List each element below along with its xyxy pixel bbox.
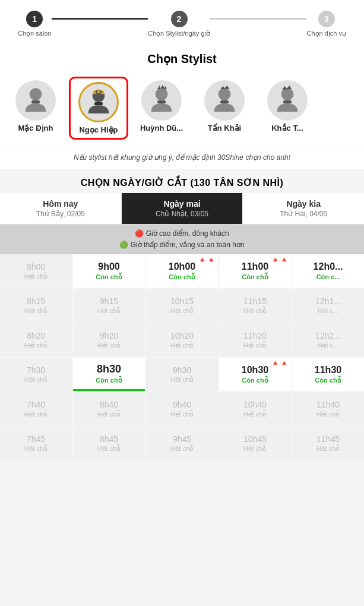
step-3-circle: 3	[318, 11, 335, 27]
time-slot: 9h20Hết chỗ	[73, 323, 145, 356]
tab-ngay-mai[interactable]: Ngày mai Chủ Nhật, 03/05	[122, 193, 243, 224]
time-slot: 10h15Hết chỗ	[146, 289, 218, 322]
step-2-label: Chọn Stylist/ngày giờ	[148, 30, 210, 37]
time-slot: 8h20Hết chỗ	[0, 323, 72, 356]
time-status: Còn chỗ	[96, 273, 122, 281]
time-value: 9h45	[173, 434, 191, 444]
svg-marker-19	[286, 86, 292, 89]
time-value: 10h40	[243, 400, 267, 409]
time-status: Hết chỗ	[243, 307, 267, 315]
progress-bar: 1 Chọn salon 2 Chọn Stylist/ngày giờ 3 C…	[0, 0, 364, 43]
time-value: 7h40	[27, 400, 45, 409]
svg-point-16	[281, 88, 294, 100]
step-3: 3 Chọn dịch vụ	[306, 11, 346, 37]
time-value: 10h00	[169, 261, 195, 272]
step-1-label: Chọn salon	[18, 30, 52, 37]
time-slot: 11h45Hết chỗ	[292, 427, 364, 460]
time-slot: 9h30Hết chỗ	[146, 358, 218, 391]
time-slot: 7h30Hết chỗ	[0, 358, 72, 391]
time-slot[interactable]: 🔺🔺10h00Còn chỗ	[146, 254, 218, 288]
stylist-item-tan-khai[interactable]: Tấn Khải	[195, 77, 254, 140]
svg-rect-1	[31, 100, 40, 103]
step-2-circle: 2	[171, 11, 188, 27]
tab-hom-nay-label: Hôm nay	[4, 199, 118, 209]
date-section-title: CHỌN NGÀY/GIỜ CẮT (130 TÂN SƠN NHÌ)	[0, 169, 364, 193]
stylist-name-khac: Khắc T...	[271, 124, 303, 132]
step-1: 1 Chọn salon	[18, 11, 52, 37]
stylist-name-mac-dinh: Mặc Định	[18, 124, 53, 132]
stylist-avatar-tan-khai	[204, 80, 245, 121]
tab-hom-nay[interactable]: Hôm nay Thứ Bảy, 02/05	[0, 193, 122, 224]
stylist-name-ngoc-hiep: Ngọc Hiệp	[79, 125, 118, 134]
time-slot[interactable]: 8h30Còn chỗ	[73, 358, 145, 391]
time-slot: 7h45Hết chỗ	[0, 427, 72, 460]
legend-offpeak: 🟢 Giờ thấp điểm, vắng và an toàn hơn	[10, 239, 354, 251]
time-status: Hết chỗ	[97, 342, 121, 349]
time-status: Hết chỗ	[24, 411, 48, 418]
time-slot[interactable]: 🔺🔺11h00Còn chỗ	[219, 254, 291, 288]
time-value: 11h30	[315, 365, 341, 375]
time-value: 10h45	[243, 434, 267, 444]
day-tabs: Hôm nay Thứ Bảy, 02/05 Ngày mai Chủ Nhật…	[0, 193, 364, 225]
time-status: Hết c...	[318, 342, 339, 349]
time-value: 11h20	[243, 331, 267, 340]
time-slot: 9h45Hết chỗ	[146, 427, 218, 460]
time-value: 8h00	[27, 262, 45, 272]
svg-marker-10	[160, 85, 164, 89]
time-slot[interactable]: 🔺🔺10h30Còn chỗ	[219, 358, 291, 391]
time-value: 11h15	[243, 296, 267, 306]
svg-marker-15	[224, 86, 230, 89]
time-value: 11h40	[316, 400, 340, 409]
time-value: 11h00	[242, 261, 268, 272]
step-line-1	[52, 18, 148, 20]
time-status: Còn chỗ	[242, 273, 268, 281]
step-2: 2 Chọn Stylist/ngày giờ	[148, 11, 210, 37]
time-status: Hết chỗ	[170, 411, 194, 418]
time-slot: 11h40Hết chỗ	[292, 392, 364, 425]
time-value: 11h45	[316, 434, 340, 444]
time-status: Hết chỗ	[170, 445, 194, 453]
step-1-circle: 1	[26, 11, 43, 27]
time-slot: 10h45Hết chỗ	[219, 427, 291, 460]
stylist-item-mac-dinh[interactable]: Mặc Định	[6, 77, 65, 140]
time-status: Hết chỗ	[170, 307, 194, 315]
svg-rect-17	[283, 100, 292, 103]
stylist-name-huynh-du: Huỳnh Dũ...	[140, 124, 183, 132]
stylist-section-title: Chọn Stylist	[0, 43, 364, 72]
stylist-item-khac[interactable]: Khắc T...	[258, 77, 317, 140]
time-value: 7h45	[27, 434, 45, 444]
time-value: 12h1...	[315, 296, 341, 306]
time-slot: 9h15Hết chỗ	[73, 289, 145, 322]
time-slot: 10h20Hết chỗ	[146, 323, 218, 356]
tab-hom-nay-date: Thứ Bảy, 02/05	[4, 210, 118, 218]
step-3-label: Chọn dịch vụ	[306, 30, 346, 37]
stylist-avatar-khac	[267, 80, 308, 121]
stylist-avatar-ngoc-hiep	[78, 82, 119, 122]
stylist-avatar-mac-dinh	[15, 80, 56, 121]
time-slot: 8h45Hết chỗ	[73, 427, 145, 460]
time-value: 9h20	[100, 331, 118, 340]
time-slot: 12h1...Hết c...	[292, 289, 364, 322]
time-slot[interactable]: 9h00Còn chỗ	[73, 254, 145, 288]
time-status: Hết chỗ	[316, 445, 340, 453]
time-status: Hết chỗ	[243, 342, 267, 349]
legend-peak: 🔴 Giờ cao điểm, đông khách	[10, 228, 354, 239]
time-status: Hết chỗ	[243, 411, 267, 418]
time-slot: 9h40Hết chỗ	[146, 392, 218, 425]
time-slot: 12h2...Hết c...	[292, 323, 364, 356]
time-slot[interactable]: 12h0...Còn c...	[292, 254, 364, 288]
time-slot: 8h40Hết chỗ	[73, 392, 145, 425]
stylist-item-huynh-du[interactable]: Huỳnh Dũ...	[132, 77, 191, 140]
time-status: Hết chỗ	[24, 376, 48, 384]
time-value: 10h30	[242, 365, 268, 375]
time-status: Còn c...	[316, 273, 340, 280]
time-value: 12h0...	[314, 261, 343, 272]
time-value: 9h15	[100, 296, 118, 306]
time-value: 8h15	[27, 296, 45, 306]
time-slot[interactable]: 11h30Còn chỗ	[292, 358, 364, 391]
time-value: 9h00	[98, 261, 119, 272]
stylist-item-ngoc-hiep[interactable]: Ngọc Hiệp	[69, 77, 128, 140]
tab-ngay-kia[interactable]: Ngày kia Thứ Hai, 04/05	[243, 193, 364, 224]
time-status: Hết chỗ	[24, 342, 48, 349]
svg-marker-9	[157, 86, 160, 89]
